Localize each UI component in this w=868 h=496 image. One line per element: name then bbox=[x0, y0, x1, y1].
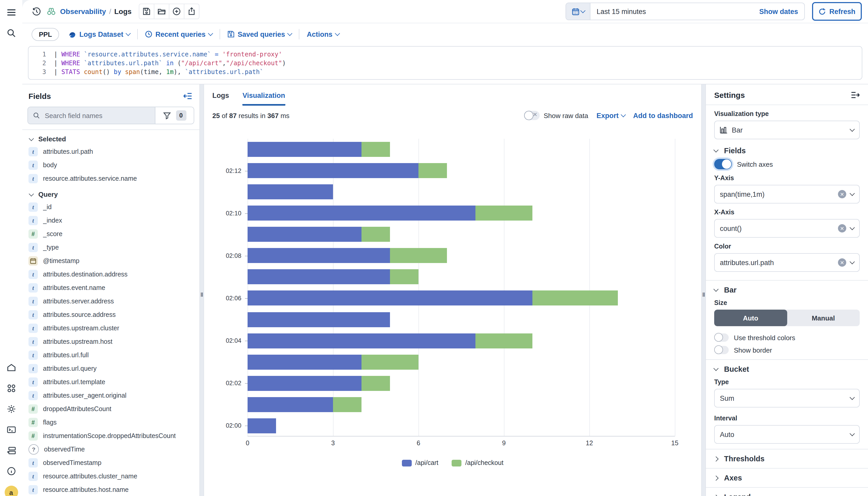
saved-queries-button[interactable]: Saved queries bbox=[227, 30, 292, 38]
dataset-selector[interactable]: Logs Dataset bbox=[68, 30, 130, 38]
bar-row[interactable] bbox=[248, 224, 675, 245]
refresh-button[interactable]: Refresh bbox=[812, 2, 862, 21]
field-item[interactable]: tattributes.server.address bbox=[28, 295, 194, 308]
field-item[interactable]: tattributes.url.query bbox=[28, 362, 194, 375]
use-threshold-colors-toggle[interactable]: Use threshold colors bbox=[714, 334, 860, 342]
bar-segment[interactable] bbox=[361, 376, 390, 391]
field-search-box[interactable] bbox=[28, 107, 155, 124]
bar-row[interactable] bbox=[248, 394, 675, 415]
field-item[interactable]: #instrumentationScope.droppedAttributesC… bbox=[28, 429, 194, 443]
history-icon[interactable] bbox=[32, 6, 42, 16]
bar-section-header[interactable]: Bar bbox=[714, 286, 860, 294]
bar-segment[interactable] bbox=[248, 376, 361, 391]
export-button[interactable]: Export bbox=[596, 112, 625, 119]
field-item[interactable]: tattributes.url.full bbox=[28, 348, 194, 362]
field-item[interactable]: tresource.attributes.cluster_name bbox=[28, 469, 194, 483]
query-language-button[interactable]: PPL bbox=[32, 28, 59, 41]
tab-logs[interactable]: Logs bbox=[212, 92, 229, 106]
bar-row[interactable] bbox=[248, 309, 675, 330]
bar-segment[interactable] bbox=[248, 205, 476, 220]
bar-segment[interactable] bbox=[390, 269, 418, 284]
menu-icon[interactable] bbox=[5, 6, 17, 19]
bar-row[interactable]: 02:10 bbox=[248, 202, 675, 224]
bar-chart-plot[interactable]: 02:1202:1002:0802:0602:0402:0202:00 bbox=[248, 139, 675, 436]
editor-line[interactable]: 3| STATS count() by span(time, 1m), `att… bbox=[29, 67, 862, 76]
bar-segment[interactable] bbox=[532, 291, 618, 306]
size-option-manual[interactable]: Manual bbox=[787, 310, 860, 326]
bar-row[interactable] bbox=[248, 351, 675, 373]
color-select[interactable]: attributes.url.path ✕ bbox=[714, 253, 860, 272]
x-axis-select[interactable]: count() ✕ bbox=[714, 219, 860, 238]
bar-row[interactable]: 02:04 bbox=[248, 330, 675, 351]
field-item[interactable]: tattributes.url.template bbox=[28, 375, 194, 389]
field-item[interactable]: tobservedTimestamp bbox=[28, 456, 194, 469]
bar-segment[interactable] bbox=[248, 291, 532, 306]
avatar[interactable]: a bbox=[4, 486, 18, 496]
field-item[interactable]: tresource.attributes.service.name bbox=[28, 172, 194, 185]
show-border-toggle[interactable]: Show border bbox=[714, 346, 860, 354]
bucket-type-select[interactable]: Sum bbox=[714, 389, 860, 407]
info-icon[interactable] bbox=[5, 465, 17, 477]
collapse-panel-left-icon[interactable] bbox=[183, 92, 192, 100]
editor-line[interactable]: 2| WHERE `attributes.url.path` in ("/api… bbox=[29, 59, 862, 67]
bar-segment[interactable] bbox=[333, 397, 361, 412]
panel-resizer-left[interactable]: ‖ bbox=[200, 84, 203, 496]
axes-section-header[interactable]: Axes bbox=[714, 474, 860, 482]
toggle-off-icon[interactable] bbox=[714, 346, 729, 354]
bar-segment[interactable] bbox=[361, 142, 390, 157]
devtools-icon[interactable] bbox=[5, 444, 17, 456]
terminal-icon[interactable] bbox=[5, 423, 17, 436]
toggle-on-icon[interactable] bbox=[714, 159, 732, 169]
switch-axes-toggle[interactable]: Switch axes bbox=[714, 159, 860, 169]
legend-section-header[interactable]: Legend bbox=[714, 493, 860, 496]
bar-row[interactable] bbox=[248, 266, 675, 288]
bar-segment[interactable] bbox=[248, 418, 276, 433]
bar-row[interactable]: 02:06 bbox=[248, 288, 675, 309]
field-filter-button[interactable]: 0 bbox=[155, 107, 194, 124]
clear-icon[interactable]: ✕ bbox=[838, 190, 846, 198]
field-item[interactable]: ?observedTime bbox=[28, 443, 194, 456]
time-range-picker[interactable]: Last 15 minutes Show dates bbox=[565, 3, 805, 20]
show-raw-data-toggle[interactable]: ✕ Show raw data bbox=[524, 111, 588, 120]
query-editor[interactable]: 1| WHERE `resource.attributes.service.na… bbox=[28, 46, 862, 80]
save-icon[interactable] bbox=[139, 4, 154, 19]
field-item[interactable]: #_score bbox=[28, 227, 194, 241]
toggle-off-icon[interactable] bbox=[714, 334, 729, 342]
clear-icon[interactable]: ✕ bbox=[838, 258, 846, 267]
bar-segment[interactable] bbox=[248, 269, 390, 284]
apps-grid-icon[interactable] bbox=[5, 382, 17, 394]
interval-select[interactable]: Auto bbox=[714, 425, 860, 444]
legend-item[interactable]: /api/checkout bbox=[452, 459, 503, 466]
field-section-header[interactable]: Selected bbox=[30, 135, 194, 143]
recent-queries-button[interactable]: Recent queries bbox=[145, 30, 212, 38]
viz-type-select[interactable]: Bar bbox=[714, 121, 860, 139]
field-item[interactable]: tattributes.destination.address bbox=[28, 268, 194, 281]
breadcrumb-section[interactable]: Observability bbox=[60, 7, 106, 16]
bar-row[interactable] bbox=[248, 139, 675, 160]
home-icon[interactable] bbox=[5, 361, 17, 374]
field-item[interactable]: @timestamp bbox=[28, 254, 194, 268]
bar-segment[interactable] bbox=[248, 354, 361, 369]
bar-segment[interactable] bbox=[248, 333, 476, 348]
field-search-input[interactable] bbox=[44, 111, 150, 120]
field-item[interactable]: tresource.attributes.host.name bbox=[28, 483, 194, 496]
field-item[interactable]: tattributes.upstream.cluster bbox=[28, 322, 194, 335]
thresholds-section-header[interactable]: Thresholds bbox=[714, 454, 860, 463]
bar-segment[interactable] bbox=[248, 227, 361, 242]
add-to-dashboard-button[interactable]: Add to dashboard bbox=[633, 112, 693, 119]
gear-icon[interactable] bbox=[5, 403, 17, 415]
size-option-auto[interactable]: Auto bbox=[714, 310, 787, 326]
field-item[interactable]: #flags bbox=[28, 416, 194, 429]
time-range-display[interactable]: Last 15 minutes Show dates bbox=[590, 3, 804, 20]
bar-segment[interactable] bbox=[390, 248, 447, 263]
bar-row[interactable] bbox=[248, 181, 675, 202]
collapse-panel-right-icon[interactable] bbox=[851, 91, 860, 99]
show-dates-button[interactable]: Show dates bbox=[759, 7, 798, 15]
actions-button[interactable]: Actions bbox=[307, 30, 339, 38]
bar-segment[interactable] bbox=[248, 184, 333, 199]
field-item[interactable]: tattributes.url.path bbox=[28, 145, 194, 158]
bar-segment[interactable] bbox=[418, 163, 447, 178]
field-item[interactable]: t_id bbox=[28, 200, 194, 214]
bar-row[interactable]: 02:12 bbox=[248, 160, 675, 181]
field-item[interactable]: tattributes.event.name bbox=[28, 281, 194, 295]
